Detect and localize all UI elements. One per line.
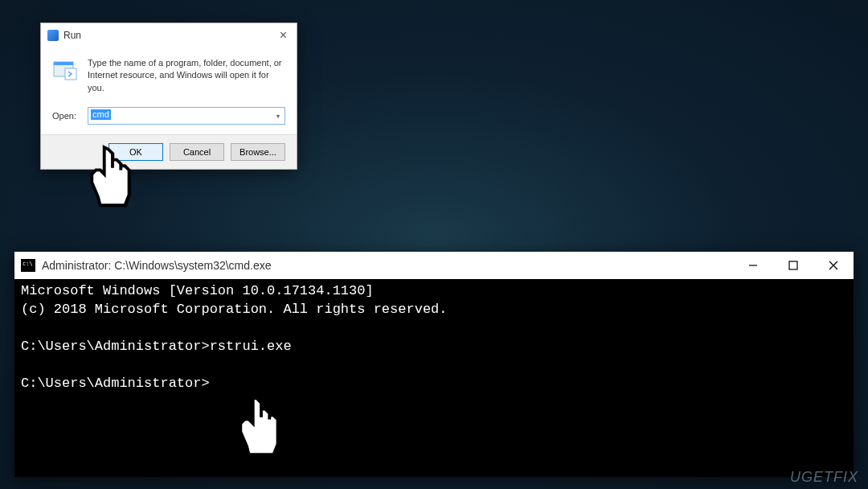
run-titlebar[interactable]: Run × (41, 23, 297, 47)
run-icon (47, 30, 59, 41)
open-label: Open: (52, 111, 81, 121)
cmd-icon (21, 259, 35, 272)
open-input-wrap[interactable]: cmd ▾ (88, 107, 285, 125)
run-program-icon (52, 57, 78, 83)
cmd-titlebar[interactable]: Administrator: C:\Windows\system32\cmd.e… (14, 252, 854, 279)
cmd-title: Administrator: C:\Windows\system32\cmd.e… (42, 259, 272, 272)
cmd-window: Administrator: C:\Windows\system32\cmd.e… (14, 252, 854, 477)
run-button-row: OK Cancel Browse... (41, 134, 297, 169)
pointer-cursor-icon (80, 143, 145, 216)
close-icon[interactable]: × (276, 28, 290, 43)
run-description: Type the name of a program, folder, docu… (88, 57, 285, 94)
chevron-down-icon[interactable]: ▾ (272, 108, 285, 124)
open-input[interactable] (88, 107, 285, 125)
maximize-icon[interactable] (773, 252, 813, 279)
cancel-button[interactable]: Cancel (170, 143, 224, 161)
cmd-prompt: C:\Users\Administrator> (21, 376, 210, 391)
cmd-line: Microsoft Windows [Version 10.0.17134.11… (21, 283, 374, 298)
run-title: Run (63, 30, 81, 41)
minimize-icon[interactable] (733, 252, 773, 279)
watermark: UGETFIX (790, 469, 858, 486)
input-selection: cmd (91, 109, 111, 120)
cmd-command: rstrui.exe (210, 339, 292, 354)
svg-rect-4 (789, 261, 797, 269)
close-icon[interactable] (813, 252, 854, 279)
svg-rect-1 (54, 62, 73, 65)
run-dialog: Run × Type the name of a program, folder… (40, 23, 297, 170)
pointer-cursor-icon (229, 392, 293, 465)
cmd-prompt: C:\Users\Administrator> (21, 339, 210, 354)
browse-button[interactable]: Browse... (231, 143, 285, 161)
cmd-output[interactable]: Microsoft Windows [Version 10.0.17134.11… (14, 279, 854, 477)
cmd-line: (c) 2018 Microsoft Corporation. All righ… (21, 302, 448, 317)
